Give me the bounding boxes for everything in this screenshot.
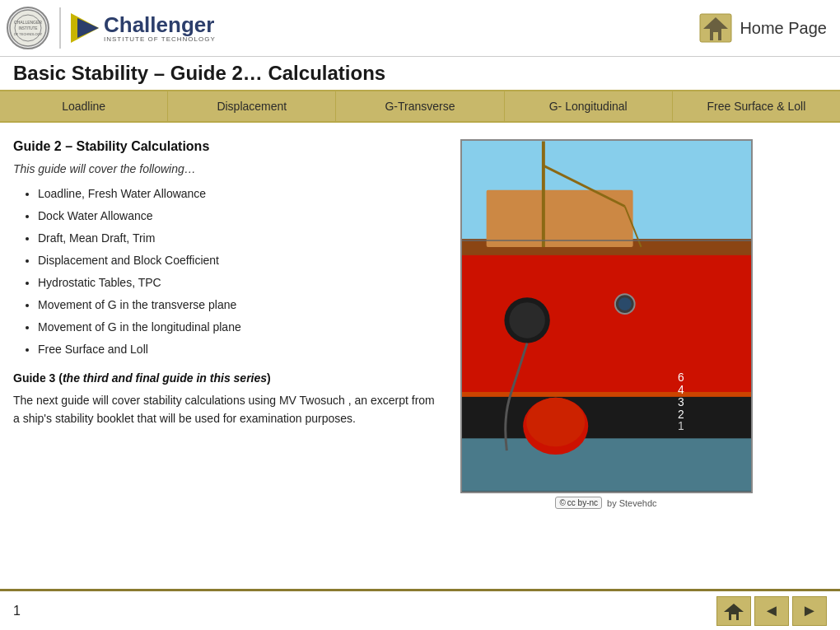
svg-point-23 — [509, 302, 545, 338]
challenger-logo: Challenger INSTITUTE OF TECHNOLOGY — [71, 13, 216, 43]
list-item: Draft, Mean Draft, Trim — [38, 230, 441, 247]
svg-point-25 — [618, 297, 631, 310]
home-area[interactable]: Home Page — [698, 12, 827, 44]
guide3-title-strong: Guide 3 — [13, 371, 55, 385]
svg-text:4: 4 — [678, 383, 684, 396]
svg-marker-6 — [77, 18, 99, 38]
svg-text:1: 1 — [678, 419, 684, 432]
nav-tabs: Loadline Displacement G-Transverse G- Lo… — [0, 90, 840, 123]
footer-home-button[interactable] — [716, 596, 751, 626]
page-number: 1 — [13, 604, 21, 618]
svg-point-27 — [526, 398, 585, 446]
main-content: Guide 2 – Stability Calculations This gu… — [0, 123, 840, 525]
tab-free-surface[interactable]: Free Surface & Loll — [673, 91, 840, 121]
tab-loadline[interactable]: Loadline — [0, 91, 168, 121]
prev-icon: ◄ — [763, 601, 780, 620]
cc-icon: © — [559, 498, 565, 507]
list-item: Movement of G in the transverse plane — [38, 296, 441, 314]
guide3-description: The next guide will cover stability calc… — [13, 391, 441, 428]
page-title: Basic Stability – Guide 2… Calculations — [0, 57, 840, 90]
institute-seal: CHALLENGER INSTITUTE OF TECHNOLOGY — [7, 7, 49, 49]
image-author: by Stevehdc — [607, 498, 657, 508]
svg-text:CHALLENGER: CHALLENGER — [14, 20, 42, 25]
list-item: Movement of G in the longitudinal plane — [38, 319, 441, 336]
footer: 1 ◄ ► — [0, 589, 840, 630]
cc-text: cc by-nc — [567, 498, 598, 507]
right-content: 6 4 3 2 1 © cc by-nc by Stevehdc — [458, 139, 754, 509]
challenger-subtitle: INSTITUTE OF TECHNOLOGY — [104, 35, 216, 43]
svg-rect-36 — [731, 614, 736, 620]
cc-badge: © cc by-nc — [555, 497, 602, 509]
footer-next-button[interactable]: ► — [792, 596, 827, 626]
tab-g-longitudinal[interactable]: G- Longitudinal — [505, 91, 673, 121]
bullet-list: Loadline, Fresh Water Allowance Dock Wat… — [13, 185, 441, 358]
guide2-title: Guide 2 – Stability Calculations — [13, 139, 441, 154]
image-caption: © cc by-nc by Stevehdc — [555, 497, 656, 509]
list-item: Dock Water Allowance — [38, 208, 441, 225]
guide2-intro: This guide will cover the following… — [13, 162, 441, 175]
challenger-text: Challenger INSTITUTE OF TECHNOLOGY — [104, 14, 216, 43]
guide3-title: Guide 3 (the third and final guide in th… — [13, 371, 441, 385]
svg-text:2: 2 — [678, 408, 684, 421]
tab-g-transverse[interactable]: G-Transverse — [336, 91, 504, 121]
svg-rect-16 — [462, 392, 751, 397]
guide2-title-strong: Guide 2 – Stability Calculations — [13, 139, 209, 153]
guide3-section: Guide 3 (the third and final guide in th… — [13, 371, 441, 428]
home-icon[interactable] — [698, 12, 733, 44]
svg-marker-34 — [724, 604, 744, 612]
list-item: Loadline, Fresh Water Allowance — [38, 185, 441, 203]
logo-area: CHALLENGER INSTITUTE OF TECHNOLOGY Chall… — [7, 7, 216, 49]
tab-displacement[interactable]: Displacement — [168, 91, 336, 121]
ship-image: 6 4 3 2 1 — [460, 139, 753, 493]
footer-nav: ◄ ► — [716, 596, 827, 626]
header: CHALLENGER INSTITUTE OF TECHNOLOGY Chall… — [0, 0, 840, 57]
svg-text:OF TECHNOLOGY: OF TECHNOLOGY — [14, 32, 43, 36]
home-label[interactable]: Home Page — [740, 19, 827, 38]
list-item: Displacement and Block Coefficient — [38, 252, 441, 269]
left-content: Guide 2 – Stability Calculations This gu… — [13, 139, 441, 509]
svg-text:3: 3 — [678, 395, 684, 408]
svg-text:INSTITUTE: INSTITUTE — [18, 26, 37, 30]
svg-text:6: 6 — [678, 371, 684, 384]
challenger-name: Challenger — [104, 14, 216, 35]
svg-rect-10 — [713, 32, 718, 40]
footer-prev-button[interactable]: ◄ — [754, 596, 789, 626]
guide3-italic: the third and final guide in this series — [63, 371, 267, 385]
next-icon: ► — [801, 601, 818, 620]
list-item: Hydrostatic Tables, TPC — [38, 274, 441, 292]
list-item: Free Surface and Loll — [38, 341, 441, 358]
logo-divider — [59, 7, 61, 49]
